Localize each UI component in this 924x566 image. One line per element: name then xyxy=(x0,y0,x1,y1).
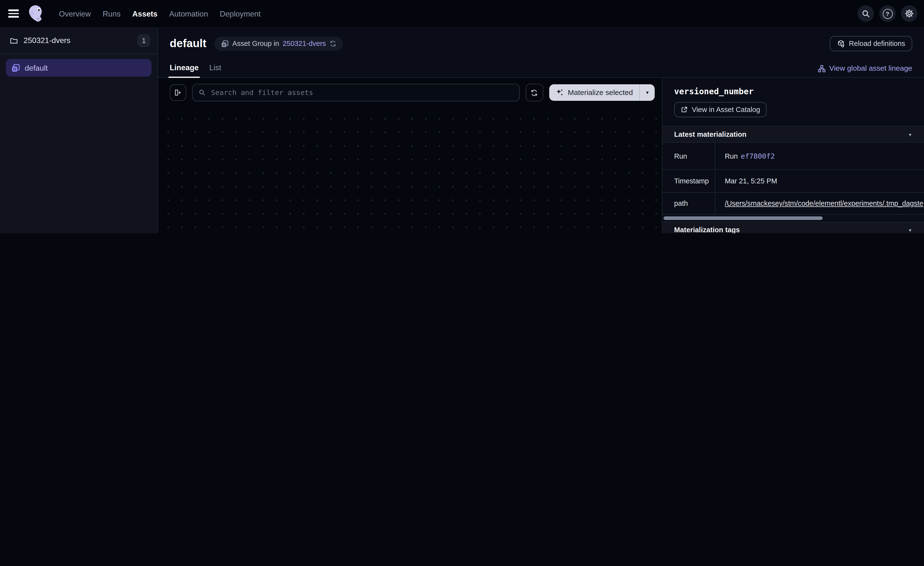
lineage-canvas-area: Materialize selected ▾ xyxy=(158,78,662,233)
lineage-graph[interactable]: versioned_number No description Material… xyxy=(158,106,662,233)
settings-button[interactable] xyxy=(901,5,918,22)
badge-repository-link[interactable]: 250321-dvers xyxy=(283,39,326,48)
reload-definitions-button[interactable]: Reload definitions xyxy=(830,36,912,51)
latest-materialization-table: Run Run ef7800f2 Timestamp Mar 21, 5:25 … xyxy=(662,143,924,222)
run-prefix: Run xyxy=(725,152,738,160)
nav-assets[interactable]: Assets xyxy=(130,7,160,20)
app-window: Overview Runs Assets Automation Deployme… xyxy=(0,0,924,233)
view-global-asset-lineage-link[interactable]: View global asset lineage xyxy=(818,65,912,77)
section-materialization-tags[interactable]: Materialization tags ▼ xyxy=(662,222,924,233)
group-count-badge: 1 xyxy=(137,34,150,47)
help-button[interactable]: ? xyxy=(879,5,896,22)
repository-name: 250321-dvers xyxy=(24,36,70,45)
badge-text: Asset Group in xyxy=(232,39,279,48)
horizontal-scrollbar-thumb[interactable] xyxy=(663,217,822,220)
materialize-selected-button[interactable]: Materialize selected xyxy=(549,84,639,101)
refresh-icon[interactable] xyxy=(330,40,336,47)
asset-search-box xyxy=(192,84,519,102)
tab-lineage[interactable]: Lineage xyxy=(170,63,199,77)
tab-list[interactable]: List xyxy=(209,63,221,77)
nav-automation[interactable]: Automation xyxy=(167,7,210,20)
page-title: default xyxy=(170,37,206,50)
table-row-timestamp: Timestamp Mar 21, 5:25 PM xyxy=(662,170,924,193)
search-input[interactable] xyxy=(210,88,513,98)
table-row-run: Run Run ef7800f2 xyxy=(662,143,924,170)
nav-overview[interactable]: Overview xyxy=(57,7,93,20)
chevron-down-icon: ▼ xyxy=(908,132,912,137)
folder-icon xyxy=(9,36,18,44)
external-link-icon xyxy=(681,106,688,113)
horizontal-scrollbar xyxy=(662,215,924,223)
chevron-down-icon: ▼ xyxy=(908,228,912,232)
asset-group-badge: Asset Group in 250321-dvers xyxy=(214,36,343,51)
sparkles-icon xyxy=(555,89,564,97)
main-nav-menu: Overview Runs Assets Automation Deployme… xyxy=(57,7,263,20)
materialize-selected-split-button: Materialize selected ▾ xyxy=(549,84,655,101)
sidebar-item-default-group[interactable]: default xyxy=(6,59,152,77)
view-in-asset-catalog-button[interactable]: View in Asset Catalog xyxy=(674,102,766,117)
asset-groups-sidebar: 250321-dvers 1 default xyxy=(0,27,158,233)
hamburger-menu-icon[interactable] xyxy=(8,9,19,18)
path-link[interactable]: /Users/smackesey/stm/code/elementl/exper… xyxy=(725,199,924,208)
chevron-down-icon: ▾ xyxy=(646,90,649,95)
dagster-logo-icon[interactable] xyxy=(27,4,45,23)
run-id-link[interactable]: ef7800f2 xyxy=(741,152,775,160)
materialize-dropdown-button[interactable]: ▾ xyxy=(639,84,655,101)
help-icon: ? xyxy=(882,9,892,18)
refresh-graph-button[interactable] xyxy=(525,84,543,102)
page-header: default Asset Group in 250321-dvers xyxy=(158,27,924,78)
search-icon xyxy=(199,89,206,96)
global-search-button[interactable] xyxy=(858,5,874,22)
repository-row[interactable]: 250321-dvers 1 xyxy=(0,27,158,54)
nav-deployment[interactable]: Deployment xyxy=(218,7,263,20)
section-latest-materialization[interactable]: Latest materialization ▼ xyxy=(662,126,924,143)
refresh-icon xyxy=(531,89,538,96)
table-row-path: path /Users/smackesey/stm/code/elementl/… xyxy=(662,193,924,215)
lineage-toolbar: Materialize selected ▾ xyxy=(158,78,662,106)
asset-detail-panel: versioned_number View in Asset Catalog L… xyxy=(662,78,924,233)
search-icon xyxy=(861,9,870,18)
gear-icon xyxy=(904,9,914,18)
top-navigation: Overview Runs Assets Automation Deployme… xyxy=(0,0,924,27)
asset-group-icon xyxy=(11,63,20,72)
reload-cube-icon xyxy=(837,39,845,48)
lineage-graph-icon xyxy=(818,65,826,72)
selected-asset-title: versioned_number xyxy=(662,78,924,102)
nav-runs[interactable]: Runs xyxy=(100,7,123,20)
asset-group-icon xyxy=(221,40,229,48)
group-label: default xyxy=(25,63,48,72)
expand-sidebar-panel-button[interactable] xyxy=(170,84,186,101)
view-tabs: Lineage List View global asset lineage xyxy=(158,61,924,77)
